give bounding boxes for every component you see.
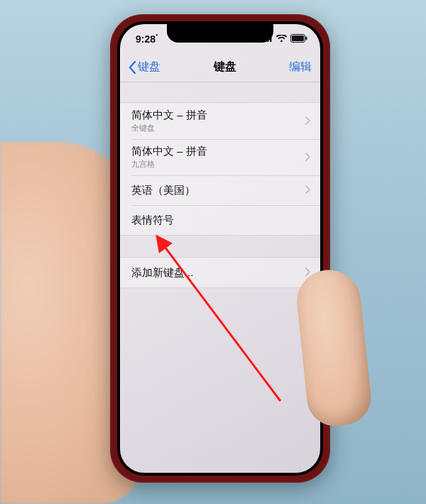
chevron-right-icon <box>305 115 310 128</box>
row-subtitle: 全键盘 <box>131 123 207 133</box>
phone-bezel: 9:28ᐩ 键盘 键盘 编辑 简体中文 – 拼音 <box>117 21 323 476</box>
keyboard-row[interactable]: 简体中文 – 拼音 九宫格 <box>120 139 320 175</box>
svg-rect-6 <box>306 37 307 40</box>
row-texts: 英语（美国） <box>131 184 195 197</box>
row-texts: 添加新键盘... <box>131 266 194 280</box>
page-title: 键盘 <box>214 60 236 75</box>
row-title: 表情符号 <box>131 214 174 227</box>
screen: 9:28ᐩ 键盘 键盘 编辑 简体中文 – 拼音 <box>120 24 320 473</box>
row-subtitle: 九宫格 <box>131 159 207 170</box>
phone-frame: 9:28ᐩ 键盘 键盘 编辑 简体中文 – 拼音 <box>110 14 330 483</box>
add-keyboard-group: 添加新键盘... <box>120 257 320 288</box>
chevron-right-icon <box>305 151 310 164</box>
back-button[interactable]: 键盘 <box>129 60 160 75</box>
nav-bar: 键盘 键盘 编辑 <box>120 53 320 82</box>
row-title: 简体中文 – 拼音 <box>131 145 207 158</box>
keyboard-row[interactable]: 简体中文 – 拼音 全键盘 <box>120 103 320 139</box>
row-texts: 简体中文 – 拼音 九宫格 <box>131 145 207 170</box>
svg-rect-5 <box>292 35 304 41</box>
wifi-icon <box>276 35 287 43</box>
chevron-right-icon <box>305 184 310 197</box>
edit-button[interactable]: 编辑 <box>289 60 312 75</box>
back-label: 键盘 <box>138 60 160 75</box>
keyboards-list: 简体中文 – 拼音 全键盘 简体中文 – 拼音 九宫格 英语（美国） <box>120 102 320 236</box>
battery-icon <box>290 34 307 43</box>
keyboard-row[interactable]: 英语（美国） <box>120 175 320 205</box>
keyboard-row[interactable]: 表情符号 <box>120 205 320 235</box>
notch <box>167 24 273 43</box>
row-texts: 简体中文 – 拼音 全键盘 <box>131 109 207 133</box>
row-texts: 表情符号 <box>131 214 174 227</box>
row-title: 简体中文 – 拼音 <box>131 109 207 122</box>
status-time: 9:28ᐩ <box>136 33 158 45</box>
chevron-left-icon <box>129 61 136 74</box>
row-title: 英语（美国） <box>131 184 195 197</box>
add-keyboard-button[interactable]: 添加新键盘... <box>120 258 320 287</box>
row-title: 添加新键盘... <box>131 266 194 280</box>
